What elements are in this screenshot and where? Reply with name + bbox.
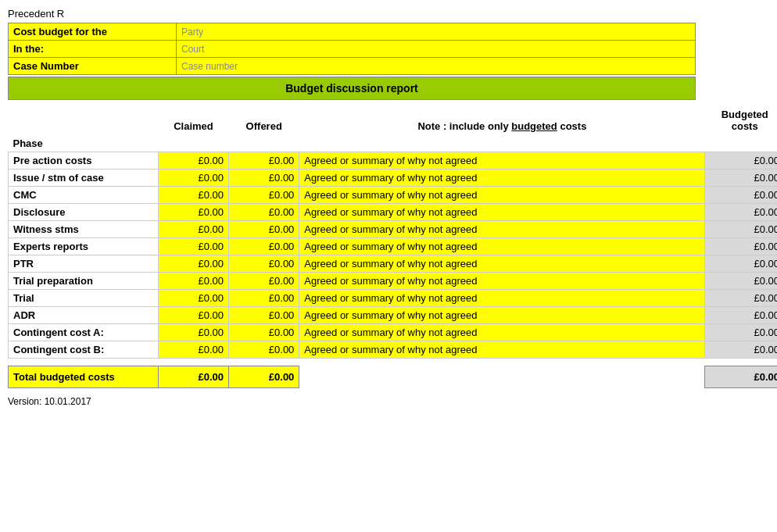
total-label: Total budgeted costs xyxy=(9,366,159,388)
budgeted-value: £0.00 xyxy=(705,187,777,204)
offered-value[interactable]: £0.00 xyxy=(229,221,299,238)
phase-label: Phase xyxy=(9,135,159,152)
table-row: Experts reports £0.00 £0.00 Agreed or su… xyxy=(9,238,778,255)
claimed-value[interactable]: £0.00 xyxy=(158,255,228,273)
table-row: Issue / stm of case £0.00 £0.00 Agreed o… xyxy=(9,170,778,187)
total-row: Total budgeted costs £0.00 £0.00 £0.00 xyxy=(9,366,778,388)
claimed-value[interactable]: £0.00 xyxy=(158,204,228,221)
row-label: ADR xyxy=(9,307,159,324)
budgeted-value: £0.00 xyxy=(705,290,777,307)
total-offered: £0.00 xyxy=(229,366,299,388)
phase-label-row: Phase xyxy=(9,135,778,152)
note-value[interactable]: Agreed or summary of why not agreed xyxy=(299,187,705,204)
table-row: PTR £0.00 £0.00 Agreed or summary of why… xyxy=(9,255,778,273)
offered-value[interactable]: £0.00 xyxy=(229,204,299,221)
table-row: Trial £0.00 £0.00 Agreed or summary of w… xyxy=(9,290,778,307)
budgeted-value: £0.00 xyxy=(705,204,777,221)
claimed-value[interactable]: £0.00 xyxy=(158,273,228,290)
note-text-after: costs xyxy=(557,120,587,132)
budget-discussion-banner: Budget discussion report xyxy=(8,77,696,100)
note-text-before: Note : include only xyxy=(417,120,511,132)
row-label: Trial preparation xyxy=(9,273,159,290)
note-value[interactable]: Agreed or summary of why not agreed xyxy=(299,170,705,187)
in-the-label: In the: xyxy=(9,41,177,58)
case-number-field[interactable]: Case number xyxy=(177,58,696,75)
offered-value[interactable]: £0.00 xyxy=(229,324,299,341)
note-budgeted-text: budgeted xyxy=(511,120,557,132)
budgeted-value: £0.00 xyxy=(705,341,777,359)
offered-value[interactable]: £0.00 xyxy=(229,187,299,204)
row-label: Contingent cost A: xyxy=(9,324,159,341)
row-label: Disclosure xyxy=(9,204,159,221)
precedent-title: Precedent R xyxy=(8,8,769,20)
note-value[interactable]: Agreed or summary of why not agreed xyxy=(299,324,705,341)
spacer-row xyxy=(9,359,778,366)
table-row: Contingent cost A: £0.00 £0.00 Agreed or… xyxy=(9,324,778,341)
offered-value[interactable]: £0.00 xyxy=(229,255,299,273)
budgeted-value: £0.00 xyxy=(705,152,777,170)
note-value[interactable]: Agreed or summary of why not agreed xyxy=(299,204,705,221)
claimed-value[interactable]: £0.00 xyxy=(158,324,228,341)
claimed-value[interactable]: £0.00 xyxy=(158,238,228,255)
column-headers: Claimed Offered Note : include only budg… xyxy=(9,106,778,135)
header-table: Cost budget for the Party In the: Court … xyxy=(8,23,696,75)
claimed-value[interactable]: £0.00 xyxy=(158,290,228,307)
cost-budget-label: Cost budget for the xyxy=(9,23,177,41)
offered-value[interactable]: £0.00 xyxy=(229,290,299,307)
phase-col-header xyxy=(9,106,159,135)
note-value[interactable]: Agreed or summary of why not agreed xyxy=(299,273,705,290)
row-label: Issue / stm of case xyxy=(9,170,159,187)
note-value[interactable]: Agreed or summary of why not agreed xyxy=(299,341,705,359)
note-value[interactable]: Agreed or summary of why not agreed xyxy=(299,221,705,238)
table-row: ADR £0.00 £0.00 Agreed or summary of why… xyxy=(9,307,778,324)
offered-col-header: Offered xyxy=(229,106,299,135)
offered-value[interactable]: £0.00 xyxy=(229,307,299,324)
claimed-value[interactable]: £0.00 xyxy=(158,341,228,359)
total-claimed: £0.00 xyxy=(158,366,228,388)
table-row: CMC £0.00 £0.00 Agreed or summary of why… xyxy=(9,187,778,204)
budgeted-col-header: Budgeted costs xyxy=(705,106,777,135)
budgeted-value: £0.00 xyxy=(705,307,777,324)
table-row: Contingent cost B: £0.00 £0.00 Agreed or… xyxy=(9,341,778,359)
version-label: Version: 10.01.2017 xyxy=(8,396,769,407)
court-field[interactable]: Court xyxy=(177,41,696,58)
table-row: Trial preparation £0.00 £0.00 Agreed or … xyxy=(9,273,778,290)
row-label: Witness stms xyxy=(9,221,159,238)
table-row: Witness stms £0.00 £0.00 Agreed or summa… xyxy=(9,221,778,238)
budgeted-value: £0.00 xyxy=(705,170,777,187)
row-label: PTR xyxy=(9,255,159,273)
note-value[interactable]: Agreed or summary of why not agreed xyxy=(299,152,705,170)
claimed-value[interactable]: £0.00 xyxy=(158,307,228,324)
offered-value[interactable]: £0.00 xyxy=(229,152,299,170)
claimed-value[interactable]: £0.00 xyxy=(158,221,228,238)
row-label: Pre action costs xyxy=(9,152,159,170)
offered-value[interactable]: £0.00 xyxy=(229,238,299,255)
row-label: CMC xyxy=(9,187,159,204)
offered-value[interactable]: £0.00 xyxy=(229,170,299,187)
claimed-value[interactable]: £0.00 xyxy=(158,152,228,170)
budgeted-value: £0.00 xyxy=(705,273,777,290)
claimed-col-header: Claimed xyxy=(158,106,228,135)
total-budgeted: £0.00 xyxy=(705,366,777,388)
note-value[interactable]: Agreed or summary of why not agreed xyxy=(299,290,705,307)
case-number-label: Case Number xyxy=(9,58,177,75)
note-value[interactable]: Agreed or summary of why not agreed xyxy=(299,307,705,324)
table-row: Disclosure £0.00 £0.00 Agreed or summary… xyxy=(9,204,778,221)
budgeted-value: £0.00 xyxy=(705,255,777,273)
row-label: Experts reports xyxy=(9,238,159,255)
row-label: Contingent cost B: xyxy=(9,341,159,359)
main-table: Claimed Offered Note : include only budg… xyxy=(8,106,777,388)
claimed-value[interactable]: £0.00 xyxy=(158,170,228,187)
note-value[interactable]: Agreed or summary of why not agreed xyxy=(299,255,705,273)
offered-value[interactable]: £0.00 xyxy=(229,273,299,290)
total-note-empty xyxy=(299,366,705,388)
table-row: Pre action costs £0.00 £0.00 Agreed or s… xyxy=(9,152,778,170)
note-col-header: Note : include only budgeted costs xyxy=(299,106,705,135)
claimed-value[interactable]: £0.00 xyxy=(158,187,228,204)
budgeted-value: £0.00 xyxy=(705,324,777,341)
note-value[interactable]: Agreed or summary of why not agreed xyxy=(299,238,705,255)
offered-value[interactable]: £0.00 xyxy=(229,341,299,359)
budgeted-value: £0.00 xyxy=(705,221,777,238)
party-field[interactable]: Party xyxy=(177,23,696,41)
row-label: Trial xyxy=(9,290,159,307)
